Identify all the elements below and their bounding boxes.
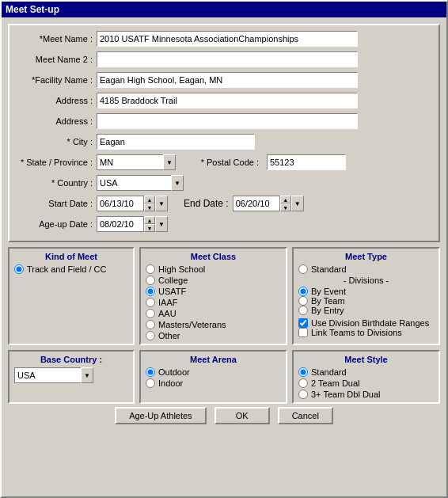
class-radio-3[interactable] — [146, 298, 155, 307]
state-select-wrapper[interactable]: MN ▼ — [97, 154, 176, 170]
city-label: * City : — [17, 137, 97, 146]
class-radio-2[interactable] — [146, 287, 155, 296]
style-radio-1[interactable] — [298, 378, 308, 388]
start-date-up[interactable]: ▲ — [144, 196, 155, 203]
ageup-down[interactable]: ▼ — [144, 224, 155, 232]
kind-of-meet-options: Track and Field / CC — [14, 264, 128, 274]
main-window: Meet Set-up *Meet Name : Meet Name 2 : *… — [0, 0, 448, 498]
class-radio-4[interactable] — [146, 309, 155, 318]
class-radio-6[interactable] — [146, 331, 155, 340]
facility-name-label: *Facility Name : — [17, 75, 97, 85]
style-radio-0[interactable] — [298, 367, 308, 377]
type-radio-1[interactable] — [298, 296, 308, 306]
kind-label-0: Track and Field / CC — [27, 264, 106, 274]
address2-input[interactable] — [97, 113, 358, 129]
class-option-2: USATF — [146, 287, 281, 296]
arena-option-1: Indoor — [146, 378, 281, 388]
arena-radio-0[interactable] — [146, 367, 155, 377]
class-label-1: College — [158, 276, 188, 285]
style-option-2: 3+ Team Dbl Dual — [298, 390, 434, 399]
start-date-dropdown[interactable]: ▼ — [155, 196, 168, 211]
meet-name-label: *Meet Name : — [17, 34, 97, 44]
country-select-wrapper[interactable]: USA ▼ — [97, 175, 184, 191]
style-option-1: 2 Team Dual — [298, 378, 434, 388]
end-date-dropdown[interactable]: ▼ — [291, 196, 304, 211]
class-radio-0[interactable] — [146, 264, 155, 274]
meet-arena-panel: Meet Arena Outdoor Indoor — [139, 350, 287, 404]
postal-input[interactable] — [267, 154, 346, 170]
end-date-down[interactable]: ▼ — [280, 203, 291, 211]
meet-name2-label: Meet Name 2 : — [17, 55, 97, 64]
meet-type-checkbox-0: Use Division Birthdate Ranges — [298, 318, 434, 328]
meet-arena-title: Meet Arena — [146, 355, 281, 364]
meet-name-row: *Meet Name : — [17, 30, 431, 48]
address1-label: Address : — [17, 96, 97, 105]
type-standard-label: Standard — [311, 264, 347, 274]
style-label-2: 3+ Team Dbl Dual — [311, 390, 381, 399]
style-option-0: Standard — [298, 367, 434, 377]
type-radio-2[interactable] — [298, 306, 308, 315]
city-input[interactable] — [97, 134, 255, 150]
arena-radio-1[interactable] — [146, 378, 155, 388]
meet-type-title: Meet Type — [298, 252, 434, 261]
meet-name-input[interactable] — [97, 31, 358, 47]
kind-of-meet-panel: Kind of Meet Track and Field / CC — [8, 247, 135, 345]
facility-name-row: *Facility Name : — [17, 71, 431, 89]
arena-label-0: Outdoor — [158, 367, 190, 377]
start-date-down[interactable]: ▼ — [144, 203, 155, 211]
ageup-date-spinner: ▲ ▼ ▼ — [97, 216, 168, 232]
checkbox-link-teams-label: Link Teams to Divisions — [311, 328, 402, 337]
title-bar: Meet Set-up — [2, 2, 446, 17]
state-postal-row: * State / Province : MN ▼ * Postal Code … — [17, 154, 431, 171]
cancel-button[interactable]: Cancel — [278, 407, 333, 424]
facility-name-input[interactable] — [97, 72, 358, 88]
meet-type-panel: Meet Type Standard - Divisions - By Even… — [292, 247, 440, 345]
ok-button[interactable]: OK — [215, 407, 270, 424]
class-label-0: High School — [158, 264, 205, 274]
end-date-input[interactable] — [233, 196, 280, 211]
address1-row: Address : — [17, 92, 431, 109]
ageup-up[interactable]: ▲ — [144, 216, 155, 224]
ageup-date-input[interactable] — [97, 216, 144, 232]
style-radio-2[interactable] — [298, 390, 308, 399]
meet-style-options: Standard 2 Team Dual 3+ Team Dbl Dual — [298, 367, 434, 399]
type-label-2: By Entry — [311, 306, 344, 315]
class-label-6: Other — [158, 331, 180, 340]
divisions-divider: - Divisions - — [298, 276, 434, 285]
start-date-spinner: ▲ ▼ ▼ — [97, 196, 168, 211]
checkbox-link-teams[interactable] — [298, 328, 308, 337]
class-label-3: IAAF — [158, 298, 177, 307]
postal-label: * Postal Code : — [184, 158, 263, 167]
class-option-4: AAU — [146, 309, 281, 318]
age-up-button[interactable]: Age-Up Athletes — [115, 407, 207, 424]
end-date-up[interactable]: ▲ — [280, 196, 291, 203]
dates-row: Start Date : ▲ ▼ ▼ End Date : ▲ ▼ — [17, 195, 431, 212]
meet-type-option-0: By Event — [298, 287, 434, 296]
base-country-select[interactable]: USA — [14, 367, 93, 383]
button-row: Age-Up Athletes OK Cancel — [8, 404, 440, 428]
state-select[interactable]: MN — [97, 154, 176, 170]
kind-radio-0[interactable] — [14, 264, 24, 274]
type-label-0: By Event — [311, 287, 346, 296]
arena-option-0: Outdoor — [146, 367, 281, 377]
end-date-spinner-buttons: ▲ ▼ — [280, 196, 291, 211]
country-select[interactable]: USA — [97, 175, 184, 191]
type-radio-0[interactable] — [298, 287, 308, 296]
address1-input[interactable] — [97, 93, 358, 108]
class-option-5: Masters/Veterans — [146, 320, 281, 329]
class-option-0: High School — [146, 264, 281, 274]
ageup-dropdown[interactable]: ▼ — [155, 216, 168, 232]
meet-style-panel: Meet Style Standard 2 Team Dual 3+ Team … — [292, 350, 440, 404]
type-radio-standard[interactable] — [298, 264, 308, 274]
class-radio-1[interactable] — [146, 276, 155, 285]
start-date-input[interactable] — [97, 196, 144, 211]
class-label-5: Masters/Veterans — [158, 320, 226, 329]
meet-type-checkbox-1: Link Teams to Divisions — [298, 328, 434, 337]
class-radio-5[interactable] — [146, 320, 155, 329]
checkbox-birthdate[interactable] — [298, 318, 308, 328]
type-label-1: By Team — [311, 296, 345, 306]
base-country-select-wrapper[interactable]: USA ▼ — [14, 367, 93, 383]
meet-type-option-2: By Entry — [298, 306, 434, 315]
ageup-row: Age-up Date : ▲ ▼ ▼ — [17, 215, 431, 233]
meet-name2-input[interactable] — [97, 51, 358, 67]
